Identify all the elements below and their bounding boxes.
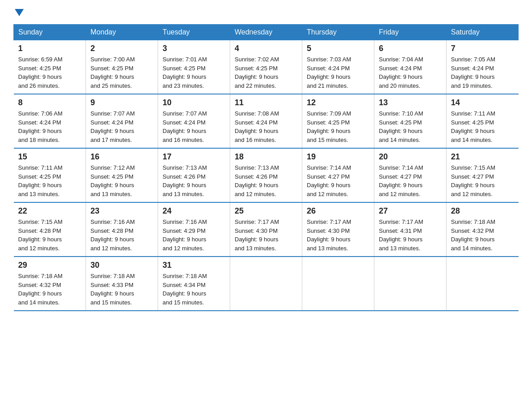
- calendar-cell: 30 Sunrise: 7:18 AMSunset: 4:33 PMDaylig…: [86, 257, 158, 311]
- day-number: 27: [379, 206, 442, 216]
- day-number: 23: [90, 206, 153, 216]
- day-number: 24: [163, 206, 225, 216]
- day-info: Sunrise: 7:18 AMSunset: 4:33 PMDaylight:…: [90, 272, 153, 307]
- day-info: Sunrise: 7:06 AMSunset: 4:24 PMDaylight:…: [18, 109, 82, 144]
- day-info: Sunrise: 7:09 AMSunset: 4:25 PMDaylight:…: [307, 109, 369, 144]
- day-info: Sunrise: 7:17 AMSunset: 4:30 PMDaylight:…: [307, 218, 369, 253]
- calendar-cell: 6 Sunrise: 7:04 AMSunset: 4:24 PMDayligh…: [374, 40, 446, 94]
- day-number: 20: [379, 152, 442, 162]
- day-info: Sunrise: 7:04 AMSunset: 4:24 PMDaylight:…: [379, 55, 442, 90]
- day-number: 5: [307, 44, 369, 53]
- calendar-cell: 1 Sunrise: 6:59 AMSunset: 4:25 PMDayligh…: [14, 40, 86, 94]
- day-info: Sunrise: 7:00 AMSunset: 4:25 PMDaylight:…: [90, 55, 153, 90]
- day-number: 22: [18, 206, 82, 216]
- calendar-cell: 12 Sunrise: 7:09 AMSunset: 4:25 PMDaylig…: [302, 94, 374, 148]
- logo-blue-part: [13, 9, 24, 15]
- calendar-cell: 5 Sunrise: 7:03 AMSunset: 4:24 PMDayligh…: [302, 40, 374, 94]
- calendar-table: SundayMondayTuesdayWednesdayThursdayFrid…: [13, 24, 519, 311]
- day-info: Sunrise: 7:18 AMSunset: 4:32 PMDaylight:…: [451, 218, 514, 253]
- day-info: Sunrise: 7:01 AMSunset: 4:25 PMDaylight:…: [163, 55, 225, 90]
- day-info: Sunrise: 7:16 AMSunset: 4:28 PMDaylight:…: [90, 218, 153, 253]
- day-info: Sunrise: 7:08 AMSunset: 4:24 PMDaylight:…: [235, 109, 297, 144]
- calendar-cell: 7 Sunrise: 7:05 AMSunset: 4:24 PMDayligh…: [446, 40, 519, 94]
- day-number: 6: [379, 44, 442, 53]
- calendar-cell: 29 Sunrise: 7:18 AMSunset: 4:32 PMDaylig…: [14, 257, 86, 311]
- day-number: 3: [163, 44, 225, 53]
- calendar-cell: 18 Sunrise: 7:13 AMSunset: 4:26 PMDaylig…: [230, 148, 302, 202]
- day-info: Sunrise: 7:15 AMSunset: 4:27 PMDaylight:…: [451, 163, 514, 198]
- calendar-header-row: SundayMondayTuesdayWednesdayThursdayFrid…: [14, 25, 519, 40]
- header-sunday: Sunday: [14, 25, 86, 40]
- calendar-week-row: 22 Sunrise: 7:15 AMSunset: 4:28 PMDaylig…: [14, 202, 519, 257]
- calendar-cell: 25 Sunrise: 7:17 AMSunset: 4:30 PMDaylig…: [230, 202, 302, 257]
- day-info: Sunrise: 6:59 AMSunset: 4:25 PMDaylight:…: [18, 55, 82, 90]
- calendar-cell: [446, 257, 519, 311]
- calendar-cell: 17 Sunrise: 7:13 AMSunset: 4:26 PMDaylig…: [158, 148, 230, 202]
- calendar-cell: 11 Sunrise: 7:08 AMSunset: 4:24 PMDaylig…: [230, 94, 302, 148]
- day-number: 1: [18, 44, 82, 53]
- calendar-cell: 28 Sunrise: 7:18 AMSunset: 4:32 PMDaylig…: [446, 202, 519, 257]
- calendar-week-row: 29 Sunrise: 7:18 AMSunset: 4:32 PMDaylig…: [14, 257, 519, 311]
- day-number: 28: [451, 206, 514, 216]
- calendar-cell: 16 Sunrise: 7:12 AMSunset: 4:25 PMDaylig…: [86, 148, 158, 202]
- day-info: Sunrise: 7:13 AMSunset: 4:26 PMDaylight:…: [235, 163, 297, 198]
- day-info: Sunrise: 7:13 AMSunset: 4:26 PMDaylight:…: [163, 163, 225, 198]
- calendar-cell: 2 Sunrise: 7:00 AMSunset: 4:25 PMDayligh…: [86, 40, 158, 94]
- calendar-cell: 4 Sunrise: 7:02 AMSunset: 4:25 PMDayligh…: [230, 40, 302, 94]
- calendar-cell: [230, 257, 302, 311]
- page-header: [13, 9, 519, 15]
- day-number: 17: [163, 152, 225, 162]
- calendar-cell: 8 Sunrise: 7:06 AMSunset: 4:24 PMDayligh…: [14, 94, 86, 148]
- day-info: Sunrise: 7:11 AMSunset: 4:25 PMDaylight:…: [18, 163, 82, 198]
- day-number: 10: [163, 98, 225, 107]
- day-info: Sunrise: 7:12 AMSunset: 4:25 PMDaylight:…: [90, 163, 153, 198]
- day-number: 31: [163, 261, 225, 270]
- day-number: 12: [307, 98, 369, 107]
- header-wednesday: Wednesday: [230, 25, 302, 40]
- calendar-cell: 21 Sunrise: 7:15 AMSunset: 4:27 PMDaylig…: [446, 148, 519, 202]
- day-info: Sunrise: 7:03 AMSunset: 4:24 PMDaylight:…: [307, 55, 369, 90]
- day-number: 14: [451, 98, 514, 107]
- day-info: Sunrise: 7:14 AMSunset: 4:27 PMDaylight:…: [307, 163, 369, 198]
- calendar-week-row: 8 Sunrise: 7:06 AMSunset: 4:24 PMDayligh…: [14, 94, 519, 148]
- day-number: 26: [307, 206, 369, 216]
- header-friday: Friday: [374, 25, 446, 40]
- calendar-cell: 26 Sunrise: 7:17 AMSunset: 4:30 PMDaylig…: [302, 202, 374, 257]
- calendar-cell: 22 Sunrise: 7:15 AMSunset: 4:28 PMDaylig…: [14, 202, 86, 257]
- day-number: 15: [18, 152, 82, 162]
- header-saturday: Saturday: [446, 25, 519, 40]
- calendar-cell: [374, 257, 446, 311]
- day-info: Sunrise: 7:17 AMSunset: 4:31 PMDaylight:…: [379, 218, 442, 253]
- header-tuesday: Tuesday: [158, 25, 230, 40]
- day-info: Sunrise: 7:14 AMSunset: 4:27 PMDaylight:…: [379, 163, 442, 198]
- day-number: 2: [90, 44, 153, 53]
- header-thursday: Thursday: [302, 25, 374, 40]
- day-number: 8: [18, 98, 82, 107]
- logo-triangle-icon: [15, 9, 24, 16]
- calendar-week-row: 1 Sunrise: 6:59 AMSunset: 4:25 PMDayligh…: [14, 40, 519, 94]
- day-info: Sunrise: 7:07 AMSunset: 4:24 PMDaylight:…: [90, 109, 153, 144]
- day-number: 13: [379, 98, 442, 107]
- calendar-cell: 23 Sunrise: 7:16 AMSunset: 4:28 PMDaylig…: [86, 202, 158, 257]
- calendar-cell: 27 Sunrise: 7:17 AMSunset: 4:31 PMDaylig…: [374, 202, 446, 257]
- day-info: Sunrise: 7:10 AMSunset: 4:25 PMDaylight:…: [379, 109, 442, 144]
- day-number: 25: [235, 206, 297, 216]
- day-info: Sunrise: 7:15 AMSunset: 4:28 PMDaylight:…: [18, 218, 82, 253]
- day-number: 30: [90, 261, 153, 270]
- calendar-cell: 13 Sunrise: 7:10 AMSunset: 4:25 PMDaylig…: [374, 94, 446, 148]
- day-info: Sunrise: 7:05 AMSunset: 4:24 PMDaylight:…: [451, 55, 514, 90]
- calendar-cell: [302, 257, 374, 311]
- calendar-cell: 10 Sunrise: 7:07 AMSunset: 4:24 PMDaylig…: [158, 94, 230, 148]
- day-number: 16: [90, 152, 153, 162]
- day-info: Sunrise: 7:18 AMSunset: 4:34 PMDaylight:…: [163, 272, 225, 307]
- calendar-cell: 14 Sunrise: 7:11 AMSunset: 4:25 PMDaylig…: [446, 94, 519, 148]
- day-number: 11: [235, 98, 297, 107]
- day-info: Sunrise: 7:18 AMSunset: 4:32 PMDaylight:…: [18, 272, 82, 307]
- calendar-cell: 15 Sunrise: 7:11 AMSunset: 4:25 PMDaylig…: [14, 148, 86, 202]
- day-number: 4: [235, 44, 297, 53]
- header-monday: Monday: [86, 25, 158, 40]
- day-number: 21: [451, 152, 514, 162]
- day-number: 29: [18, 261, 82, 270]
- day-info: Sunrise: 7:11 AMSunset: 4:25 PMDaylight:…: [451, 109, 514, 144]
- logo: [13, 9, 24, 15]
